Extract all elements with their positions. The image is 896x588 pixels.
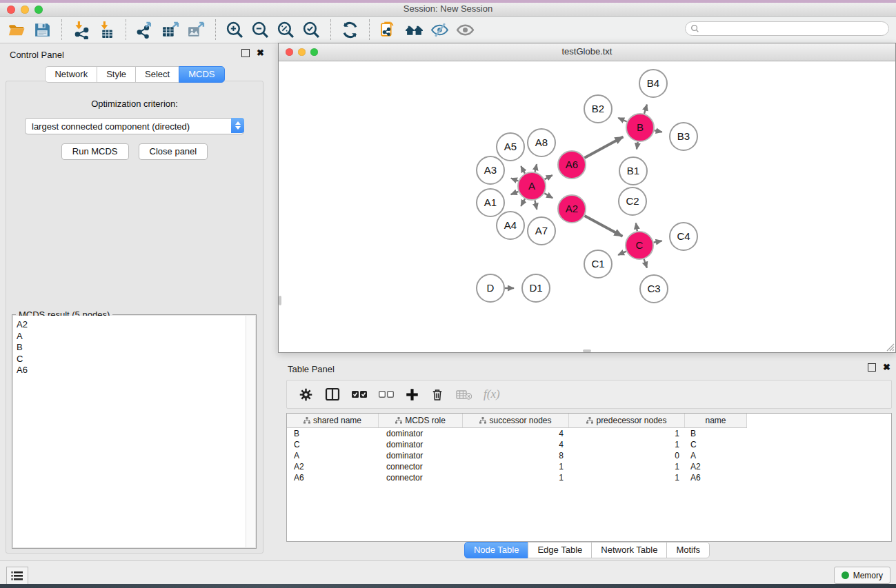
network-document-icon — [379, 21, 398, 39]
table-row[interactable]: Cdominator41C — [287, 439, 891, 450]
select-all-button[interactable] — [352, 390, 367, 398]
zoom-out-button[interactable] — [248, 18, 273, 41]
zoom-selected-button[interactable] — [299, 18, 324, 41]
export-network-button[interactable] — [132, 18, 158, 41]
run-mcds-button[interactable]: Run MCDS — [61, 143, 129, 160]
tab-edge-table[interactable]: Edge Table — [528, 542, 592, 558]
network-window-titlebar[interactable]: testGlobe.txt — [279, 43, 895, 61]
memory-status-icon — [842, 571, 849, 579]
graph-edge-B-B4[interactable] — [644, 105, 647, 114]
close-panel-icon[interactable]: ✖ — [257, 49, 264, 57]
control-panel: Control Panel ✖ NetworkStyleSelectMCDS O… — [0, 44, 270, 560]
mcds-result-list[interactable]: A2ABCA6 — [13, 316, 255, 547]
column-header-name[interactable]: name — [685, 414, 747, 427]
split-column-icon — [325, 387, 340, 401]
graph-edge-A-A7[interactable] — [535, 201, 537, 210]
import-table-button[interactable] — [94, 18, 119, 41]
graph-edge-C-C3[interactable] — [644, 259, 647, 268]
float-panel-icon[interactable] — [241, 49, 250, 57]
graph-edge-A-A5[interactable] — [521, 166, 525, 174]
network-canvas[interactable]: B4B2BB3A8A5A6A3B1AA1C2A2A4A7C4CC1C3DD1 — [279, 61, 895, 352]
mcds-tab-content: Optimization criterion: largest connecte… — [6, 81, 263, 554]
table-tabs: Node TableEdge TableNetwork TableMotifs — [278, 542, 896, 558]
tree-icon — [479, 417, 486, 424]
canvas-vertical-scroll-thumb[interactable] — [279, 296, 281, 305]
graph-edge-C-C2[interactable] — [636, 223, 637, 232]
eye-button[interactable] — [452, 18, 478, 41]
table-cell: 4 — [463, 429, 569, 438]
unselect-all-button[interactable] — [379, 390, 394, 398]
criterion-select[interactable]: largest connected component (directed) — [25, 118, 244, 134]
result-item-a6[interactable]: A6 — [17, 365, 255, 376]
result-item-c[interactable]: C — [17, 354, 255, 365]
column-header-predecessor-nodes[interactable]: predecessor nodes — [569, 414, 685, 427]
graph-edge-A-A8[interactable] — [535, 164, 537, 172]
eye-slash-button[interactable] — [427, 18, 452, 41]
table-cell: connector — [379, 462, 463, 472]
tab-style[interactable]: Style — [97, 66, 136, 83]
tab-mcds[interactable]: MCDS — [179, 66, 224, 83]
export-table-button[interactable] — [158, 18, 183, 41]
checked-boxes-icon — [352, 390, 367, 398]
close-table-panel-icon[interactable]: ✖ — [883, 363, 890, 372]
graph-edge-A2-C[interactable] — [585, 216, 623, 236]
export-image-button[interactable] — [183, 18, 209, 41]
graph-edge-A-A3[interactable] — [511, 179, 519, 181]
table-row[interactable]: Adominator80A — [287, 450, 891, 461]
graph-edge-B-B3[interactable] — [655, 130, 662, 132]
table-cell: 1 — [463, 473, 569, 483]
export-network-icon — [136, 21, 155, 39]
graph-edge-A6-B[interactable] — [584, 136, 623, 158]
graph-node-label: A4 — [504, 219, 517, 231]
table-row[interactable]: A2connector11A2 — [287, 461, 891, 472]
home-pair-button[interactable] — [401, 18, 427, 41]
add-column-button[interactable] — [406, 388, 419, 401]
tab-network[interactable]: Network — [45, 66, 97, 83]
graph-edge-B-B1[interactable] — [637, 142, 638, 150]
graph-edge-A-A6[interactable] — [545, 175, 552, 179]
tab-select[interactable]: Select — [135, 66, 179, 83]
tab-node-table[interactable]: Node Table — [464, 542, 529, 558]
search-field[interactable] — [685, 21, 889, 36]
column-header-successor-nodes[interactable]: successor nodes — [463, 414, 569, 427]
result-item-b[interactable]: B — [17, 342, 255, 354]
close-panel-button[interactable]: Close panel — [139, 143, 208, 160]
table-cell: dominator — [379, 451, 463, 460]
refresh-button[interactable] — [337, 18, 363, 41]
graph-edge-A-A1[interactable] — [511, 192, 519, 194]
graph-edge-A-A2[interactable] — [544, 193, 552, 198]
function-builder-button[interactable]: f(x) — [484, 387, 500, 401]
open-session-button[interactable] — [4, 18, 30, 41]
result-scrollbar[interactable] — [246, 316, 255, 547]
graph-edge-A-A4[interactable] — [521, 199, 525, 206]
resize-grip[interactable] — [886, 343, 895, 352]
result-item-a2[interactable]: A2 — [17, 319, 255, 331]
table-row[interactable]: A6connector11A6 — [287, 472, 891, 483]
graph-edge-C-C1[interactable] — [618, 252, 626, 255]
show-panel-list-button[interactable] — [6, 567, 28, 585]
search-input[interactable] — [702, 23, 888, 34]
zoom-fit-button[interactable] — [273, 18, 299, 41]
column-header-mcds-role[interactable]: MCDS role — [379, 414, 463, 427]
tab-network-table[interactable]: Network Table — [591, 542, 667, 558]
application-window: Session: New Session Control Panel — [0, 0, 896, 588]
delete-column-button[interactable] — [430, 387, 444, 402]
memory-button[interactable]: Memory — [834, 567, 890, 584]
graph-edge-B-B2[interactable] — [618, 118, 627, 122]
column-header-shared-name[interactable]: shared name — [287, 414, 379, 427]
float-table-panel-icon[interactable] — [868, 363, 876, 372]
zoom-in-button[interactable] — [222, 18, 248, 41]
table-settings-button[interactable] — [299, 387, 313, 402]
save-session-button[interactable] — [30, 18, 55, 41]
delete-table-button[interactable] — [456, 389, 472, 400]
canvas-horizontal-scroll-thumb[interactable] — [583, 349, 591, 352]
node-table[interactable]: shared nameMCDS rolesuccessor nodesprede… — [286, 413, 892, 542]
tab-motifs[interactable]: Motifs — [666, 542, 710, 558]
copy-network-document-button[interactable] — [376, 18, 401, 41]
import-network-button[interactable] — [68, 18, 94, 41]
table-row[interactable]: Bdominator41B — [287, 428, 891, 439]
result-item-a[interactable]: A — [17, 331, 255, 343]
graph-edge-C-C4[interactable] — [654, 241, 662, 242]
split-column-button[interactable] — [325, 387, 340, 401]
criterion-selected-value: largest connected component (directed) — [26, 121, 190, 132]
